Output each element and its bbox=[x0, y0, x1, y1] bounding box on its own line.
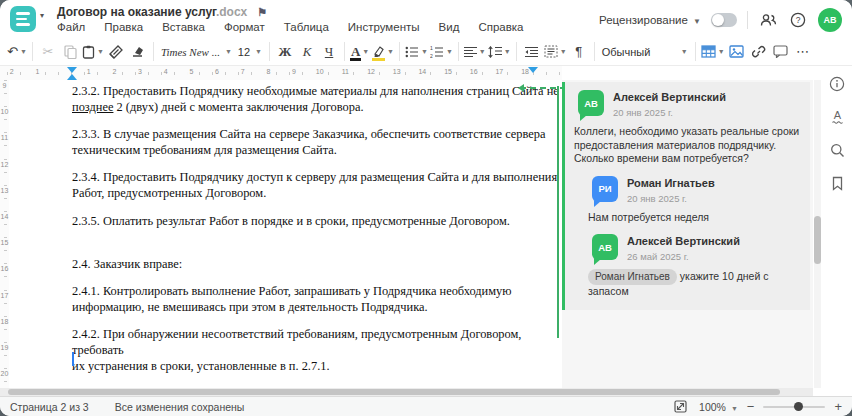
bookmark-icon[interactable] bbox=[827, 173, 847, 193]
paragraph-2-3-5: 2.3.5. Оплатить результат Работ в порядк… bbox=[72, 213, 562, 229]
text-cursor bbox=[72, 352, 74, 366]
divider bbox=[695, 42, 696, 61]
comment-author: Роман Игнатьев bbox=[627, 177, 715, 190]
right-indent-marker[interactable] bbox=[528, 67, 538, 73]
svg-text:?: ? bbox=[796, 15, 801, 25]
comment-date: 20 янв 2025 г. bbox=[627, 193, 715, 204]
comments-panel: АВ Алексей Вертинский 20 янв 2025 г. Кол… bbox=[562, 80, 813, 388]
menu-help[interactable]: Справка bbox=[478, 21, 523, 33]
clear-style-button[interactable] bbox=[127, 41, 149, 63]
menu-insert[interactable]: Вставка bbox=[162, 21, 205, 33]
vertical-scrollbar[interactable] bbox=[814, 80, 821, 388]
underline-button[interactable]: Ч bbox=[318, 41, 340, 63]
divider bbox=[399, 42, 400, 61]
numbered-list-button[interactable]: 12 ▼ bbox=[429, 41, 454, 63]
zoom-in-button[interactable]: + bbox=[834, 399, 842, 414]
horizontal-scrollbar[interactable] bbox=[0, 388, 813, 396]
vertical-scrollbar-thumb[interactable] bbox=[814, 216, 821, 264]
page-counter[interactable]: Страница 2 из 3 bbox=[10, 401, 89, 413]
review-mode-dropdown[interactable]: Рецензирование ▼ bbox=[599, 14, 701, 26]
copy-button[interactable] bbox=[59, 41, 81, 63]
menu-bar: Файл Правка Вставка Формат Таблица Инстр… bbox=[57, 21, 524, 33]
comment-text: Роман Игнатьев укажите 10 дней с запасом bbox=[588, 269, 800, 298]
insert-comment-button[interactable] bbox=[770, 41, 792, 63]
commented-text[interactable]: позднее bbox=[72, 100, 113, 114]
comment-thread-card[interactable]: АВ Алексей Вертинский 20 янв 2025 г. Кол… bbox=[562, 82, 810, 310]
horizontal-ruler[interactable]: 21123456789101112131415161718 bbox=[0, 66, 562, 81]
comment-reply: АВ Алексей Вертинский 26 май 2025 г. Ром… bbox=[588, 234, 800, 298]
favorite-flag-icon[interactable]: ⚑ bbox=[257, 6, 267, 18]
paragraph-2-3-2: 2.3.2. Предоставить Подрядчику необходим… bbox=[72, 83, 562, 115]
comment-text: Нам потребуется неделя bbox=[588, 211, 800, 225]
paragraph-style-select[interactable]: Обычный▼ bbox=[599, 46, 691, 58]
zoom-slider-handle[interactable] bbox=[794, 402, 803, 411]
fit-width-icon[interactable] bbox=[670, 397, 690, 416]
divider bbox=[32, 42, 33, 61]
insert-link-button[interactable] bbox=[748, 41, 770, 63]
app-window: ▾ Договор на оказание услуг.docx⚑ Файл П… bbox=[0, 0, 852, 416]
mention-pill[interactable]: Роман Игнатьев bbox=[588, 269, 677, 285]
font-name-select[interactable]: Times New ...▼ bbox=[158, 46, 235, 58]
paragraph-2-4-1: 2.4.1. Контролировать выполнение Работ, … bbox=[72, 283, 562, 315]
document-page[interactable]: 2.3.2. Предоставить Подрядчику необходим… bbox=[9, 80, 562, 388]
highlight-color-button[interactable]: ▼ bbox=[371, 41, 395, 63]
comment-reply: РИ Роман Игнатьев 20 янв 2025 г. Нам пот… bbox=[588, 176, 800, 225]
decrease-indent-button[interactable] bbox=[521, 41, 543, 63]
zoom-out-button[interactable]: − bbox=[747, 399, 755, 414]
save-status: Все изменения сохранены bbox=[115, 401, 245, 413]
divider bbox=[516, 42, 517, 61]
insert-image-button[interactable] bbox=[726, 41, 748, 63]
document-extension: .docx bbox=[216, 5, 247, 19]
svg-text:А: А bbox=[833, 109, 841, 121]
cut-button[interactable]: ✂ bbox=[37, 41, 59, 63]
nonprinting-chars-button[interactable]: ¶ bbox=[568, 41, 590, 63]
help-icon[interactable]: ? bbox=[788, 10, 808, 30]
bold-button[interactable]: Ж bbox=[274, 41, 296, 63]
align-button[interactable]: ▼ bbox=[463, 41, 487, 63]
divider bbox=[269, 42, 270, 61]
zoom-slider[interactable] bbox=[763, 406, 825, 408]
more-tools-button[interactable]: ⋯ bbox=[792, 41, 814, 63]
spellcheck-icon[interactable]: А bbox=[827, 107, 847, 127]
menu-format[interactable]: Формат bbox=[224, 21, 265, 33]
menu-tools[interactable]: Инструменты bbox=[348, 21, 420, 33]
paragraph-frame-button[interactable]: ▼ bbox=[543, 41, 568, 63]
font-size-select[interactable]: 12▼ bbox=[235, 46, 265, 58]
divider bbox=[153, 42, 154, 61]
title-bar: ▾ Договор на оказание услуг.docx⚑ Файл П… bbox=[0, 0, 852, 38]
menu-file[interactable]: Файл bbox=[57, 21, 85, 33]
paragraph-2-3-3: 2.3.3. В случае размещения Сайта на серв… bbox=[72, 126, 562, 158]
italic-button[interactable]: К bbox=[296, 41, 318, 63]
logo-caret-icon[interactable]: ▾ bbox=[40, 11, 44, 20]
collaboration-users-icon[interactable] bbox=[758, 10, 778, 30]
divider bbox=[747, 11, 748, 29]
comment-text: Коллеги, необходимо указать реальные сро… bbox=[574, 125, 800, 166]
user-avatar[interactable]: АВ bbox=[818, 8, 842, 32]
comment-avatar: АВ bbox=[592, 234, 618, 260]
status-bar: Страница 2 из 3 Все изменения сохранены … bbox=[0, 396, 852, 416]
zoom-value[interactable]: 100% ▼ bbox=[699, 401, 738, 413]
font-color-button[interactable]: А▼ bbox=[349, 41, 371, 63]
horizontal-scrollbar-thumb[interactable] bbox=[8, 389, 780, 395]
comment-range-line bbox=[557, 86, 559, 338]
first-line-indent-marker[interactable] bbox=[67, 67, 77, 73]
bullet-list-button[interactable]: ▼ bbox=[404, 41, 429, 63]
paste-button[interactable]: ▼ bbox=[81, 41, 105, 63]
comment-anchor-line bbox=[520, 87, 562, 89]
comment-avatar: РИ bbox=[592, 176, 618, 202]
review-toggle[interactable] bbox=[711, 13, 737, 27]
format-painter-button[interactable] bbox=[105, 41, 127, 63]
search-icon[interactable] bbox=[827, 140, 847, 160]
paragraph-2-3-4: 2.3.4. Предоставить Подрядчику доступ к … bbox=[72, 169, 562, 201]
menu-view[interactable]: Вид bbox=[439, 21, 460, 33]
paragraph-2-4-2: 2.4.2. При обнаружении несоответствий тр… bbox=[72, 326, 562, 374]
menu-table[interactable]: Таблица bbox=[284, 21, 329, 33]
line-spacing-button[interactable]: ▼ bbox=[487, 41, 512, 63]
menu-edit[interactable]: Правка bbox=[104, 21, 143, 33]
app-logo-icon[interactable] bbox=[10, 6, 36, 32]
insert-table-button[interactable]: ▼ bbox=[700, 41, 726, 63]
comment-author: Алексей Вертинский bbox=[613, 91, 726, 104]
undo-button[interactable]: ↶▼ bbox=[6, 41, 28, 63]
svg-text:1: 1 bbox=[430, 46, 433, 51]
about-info-icon[interactable] bbox=[827, 74, 847, 94]
